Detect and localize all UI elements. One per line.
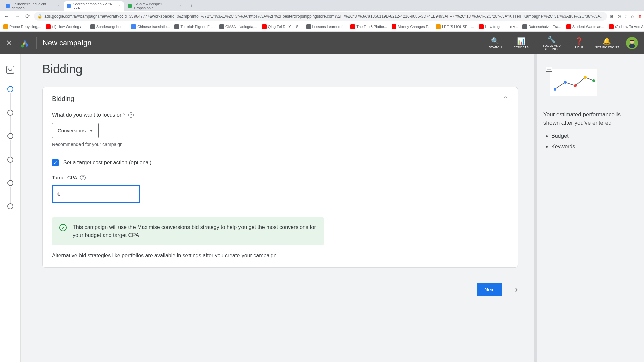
svg-point-9 [548, 69, 549, 70]
bookmark-favicon-icon [350, 24, 355, 29]
header-reports-button[interactable]: 📊REPORTS [514, 37, 529, 49]
bookmark-item[interactable]: Student Wants an... [566, 24, 604, 29]
address-bar: ← → ⟳ 🔒 ads.google.com/aw/campaigns/new/… [0, 11, 644, 22]
stepper-sidebar [0, 54, 21, 362]
star-icon[interactable]: ☆ [630, 14, 635, 19]
step-dot[interactable] [7, 157, 13, 163]
bookmark-favicon-icon [3, 24, 8, 29]
url-text: ads.google.com/aw/campaigns/new/draft?oc… [44, 14, 604, 19]
zoom-icon[interactable]: ⊙ [617, 14, 621, 19]
bookmark-item[interactable]: GMSN - Vologda,... [219, 24, 257, 29]
check-circle-icon [59, 224, 67, 231]
close-icon[interactable]: ✕ [6, 39, 12, 47]
target-cpa-checkbox[interactable] [52, 159, 59, 166]
bookmark-item[interactable]: Tutorial: Eigene Fa... [174, 24, 215, 29]
currency-symbol: € [57, 191, 60, 197]
bookmark-favicon-icon [479, 24, 484, 29]
divider [6, 79, 15, 79]
header-tools-button[interactable]: 🔧TOOLS AND SETTINGS [540, 35, 564, 51]
header-notifications-button[interactable]: 🔔NOTIFICATIONS [595, 37, 619, 49]
browser-tab-strip: Onlinewerbung leicht gemach × Search cam… [0, 0, 644, 11]
back-icon[interactable]: ← [3, 12, 11, 21]
svg-point-12 [564, 81, 567, 84]
bookmark-favicon-icon [566, 24, 571, 29]
svg-rect-4 [630, 40, 634, 41]
tab-title: Onlinewerbung leicht gemach [12, 2, 55, 10]
bidding-card: Bidding ⌃ What do you want to focus on? … [42, 87, 518, 268]
step-dot[interactable] [7, 180, 13, 186]
new-tab-button[interactable]: + [187, 2, 195, 10]
lock-icon: 🔒 [37, 14, 42, 19]
bookmark-item[interactable]: (1) How Working a... [46, 24, 86, 29]
bookmark-item[interactable]: How to get more v... [479, 24, 518, 29]
reload-icon[interactable]: ⟳ [24, 12, 31, 21]
help-icon[interactable]: ? [80, 175, 86, 180]
overview-button[interactable] [6, 66, 14, 74]
bookmark-favicon-icon [392, 24, 396, 29]
bookmark-item[interactable]: Money Changes E... [392, 24, 431, 29]
bookmark-item[interactable]: The Top 3 Platfor... [350, 24, 387, 29]
bookmark-item[interactable]: Lessons Learned f... [306, 24, 346, 29]
close-icon[interactable]: × [179, 4, 182, 8]
bookmark-favicon-icon [262, 24, 267, 29]
magnify-icon [8, 67, 13, 72]
header-search-button[interactable]: 🔍SEARCH [489, 37, 502, 49]
target-cpa-input[interactable] [63, 191, 135, 197]
svg-point-14 [584, 76, 587, 79]
strategy-info-banner: This campaign will use the Maximise conv… [52, 217, 324, 245]
svg-point-0 [21, 45, 24, 48]
browser-tab-active[interactable]: Search campaign - 279-560- × [64, 1, 124, 11]
browser-tab[interactable]: Onlinewerbung leicht gemach × [3, 1, 63, 11]
translate-icon[interactable]: ⊕ [610, 14, 614, 19]
update-icon[interactable]: ⬆ [638, 14, 642, 19]
bookmark-favicon-icon [522, 24, 527, 29]
target-cpa-label: Target CPA [52, 175, 77, 180]
bell-icon: 🔔 [603, 37, 611, 45]
bookmark-item[interactable]: (2) How To Add A... [609, 24, 644, 29]
bookmark-item[interactable]: Phone Recycling,... [3, 24, 41, 29]
chevron-down-icon [90, 130, 93, 132]
reports-icon: 📊 [517, 37, 525, 45]
bookmark-item[interactable]: Sonderangebot |... [90, 24, 126, 29]
chevron-up-icon[interactable]: ⌃ [503, 95, 508, 103]
header-help-button[interactable]: ❓HELP [575, 37, 583, 49]
focus-select[interactable]: Conversions [52, 123, 99, 138]
list-item: Keywords [551, 144, 637, 150]
browser-tab[interactable]: T-Shirt – Beispiel Dropshippin × [125, 1, 185, 11]
bookmark-item[interactable]: Chinese translatio... [131, 24, 170, 29]
share-icon[interactable]: ⤴ [625, 14, 627, 19]
help-icon[interactable]: ? [128, 112, 134, 118]
tab-title: Search campaign - 279-560- [73, 2, 116, 10]
svg-point-5 [8, 68, 11, 71]
avatar[interactable] [626, 37, 638, 49]
step-dot-active[interactable] [7, 86, 13, 92]
close-icon[interactable]: × [57, 4, 60, 8]
target-cpa-input-wrapper[interactable]: € [52, 185, 140, 203]
bookmark-item[interactable]: LEE 'S HOUSE—... [436, 24, 474, 29]
step-dot[interactable] [7, 133, 13, 139]
bookmark-favicon-icon [609, 24, 614, 29]
tab-favicon-icon [67, 4, 71, 8]
url-input[interactable]: 🔒 ads.google.com/aw/campaigns/new/draft?… [34, 12, 607, 21]
tab-title: T-Shirt – Beispiel Dropshippin [134, 2, 177, 10]
card-title: Bidding [52, 95, 74, 103]
svg-point-2 [630, 40, 634, 44]
performance-description: Your estimated performance is shown afte… [543, 111, 637, 127]
tab-favicon-icon [6, 4, 10, 8]
step-dot[interactable] [7, 203, 13, 209]
forward-icon[interactable]: → [13, 12, 21, 21]
scrollbar[interactable] [534, 54, 537, 362]
divider [36, 37, 37, 49]
step-dot[interactable] [7, 110, 13, 116]
forward-arrow-icon[interactable]: › [515, 284, 518, 295]
check-icon [53, 160, 58, 165]
next-button[interactable]: Next [477, 283, 502, 296]
bookmark-item[interactable]: Datenschutz – Tra... [522, 24, 561, 29]
bookmark-favicon-icon [174, 24, 179, 29]
strategy-info-text: This campaign will use the Maximise conv… [73, 223, 316, 239]
performance-requirements-list: Budget Keywords [543, 133, 637, 150]
alternative-strategies-text: Alternative bid strategies like portfoli… [52, 253, 508, 259]
bookmark-item[interactable]: Qing Fei De Yi – S... [262, 24, 302, 29]
svg-point-10 [550, 69, 551, 70]
close-icon[interactable]: × [118, 4, 121, 8]
